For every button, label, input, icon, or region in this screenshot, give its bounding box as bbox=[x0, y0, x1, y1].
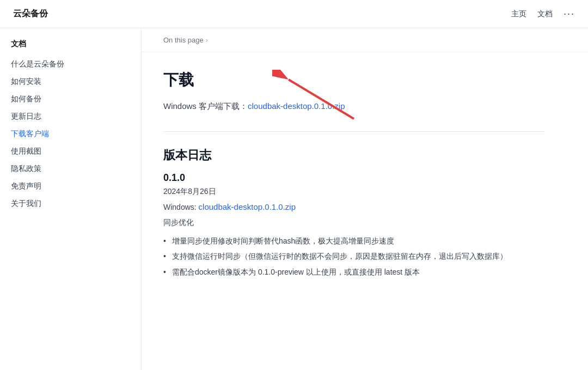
platform-label: Windows: bbox=[163, 203, 199, 211]
sidebar-item-screenshot[interactable]: 使用截图 bbox=[0, 143, 141, 160]
sync-title: 同步优化 bbox=[163, 218, 544, 228]
content-area: 下载 Windows 客户端下载：cloudbak-desktop.0.1.0.… bbox=[142, 52, 566, 314]
changelog-list: 增量同步使用修改时间判断替代hash函数，极大提高增量同步速度 支持微信运行时同… bbox=[163, 233, 544, 280]
sidebar-item-disclaimer[interactable]: 免责声明 bbox=[0, 178, 141, 195]
breadcrumb: On this page › bbox=[142, 28, 588, 52]
breadcrumb-text: On this page bbox=[163, 36, 204, 44]
sidebar-item-install[interactable]: 如何安装 bbox=[0, 73, 141, 90]
nav-more[interactable]: ··· bbox=[564, 8, 575, 20]
download-section: 下载 Windows 客户端下载：cloudbak-desktop.0.1.0.… bbox=[163, 70, 544, 112]
sidebar-item-what[interactable]: 什么是云朵备份 bbox=[0, 56, 141, 73]
sidebar-item-changelog[interactable]: 更新日志 bbox=[0, 108, 141, 125]
platform-link[interactable]: cloudbak-desktop.0.1.0.zip bbox=[199, 202, 296, 211]
sidebar-item-privacy[interactable]: 隐私政策 bbox=[0, 160, 141, 178]
sidebar-item-download[interactable]: 下载客户端 bbox=[0, 125, 141, 143]
version-section: 版本日志 0.1.0 2024年8月26日 Windows: cloudbak-… bbox=[163, 147, 544, 280]
download-link[interactable]: cloudbak-desktop.0.1.0.zip bbox=[248, 101, 345, 111]
sidebar: 文档 什么是云朵备份 如何安装 如何备份 更新日志 下载客户端 使用截图 隐私政… bbox=[0, 28, 142, 370]
version-number: 0.1.0 bbox=[163, 172, 544, 184]
sidebar-section-title: 文档 bbox=[0, 39, 141, 56]
version-date: 2024年8月26日 bbox=[163, 187, 544, 197]
download-line: Windows 客户端下载：cloudbak-desktop.0.1.0.zip bbox=[163, 101, 544, 112]
breadcrumb-chevron: › bbox=[206, 37, 208, 44]
version-platform: Windows: cloudbak-desktop.0.1.0.zip bbox=[163, 202, 544, 211]
changelog-title: 版本日志 bbox=[163, 147, 544, 163]
header: 云朵备份 主页 文档 ··· bbox=[0, 0, 588, 28]
sidebar-item-about[interactable]: 关于我们 bbox=[0, 195, 141, 213]
main-content: On this page › 下载 Windows 客户端下载：cloudbak… bbox=[142, 28, 588, 370]
nav-home[interactable]: 主页 bbox=[511, 9, 526, 19]
list-item: 增量同步使用修改时间判断替代hash函数，极大提高增量同步速度 bbox=[163, 233, 544, 248]
list-item: 支持微信运行时同步（但微信运行时的数据不会同步，原因是数据驻留在内存，退出后写入… bbox=[163, 248, 544, 264]
section-divider bbox=[163, 131, 544, 132]
download-title: 下载 bbox=[163, 70, 544, 90]
layout: 文档 什么是云朵备份 如何安装 如何备份 更新日志 下载客户端 使用截图 隐私政… bbox=[0, 28, 588, 370]
list-item: 需配合docker镜像版本为 0.1.0-preview 以上使用，或直接使用 … bbox=[163, 264, 544, 280]
download-label: Windows 客户端下载： bbox=[163, 101, 248, 111]
logo: 云朵备份 bbox=[13, 8, 48, 20]
nav-docs[interactable]: 文档 bbox=[537, 9, 553, 19]
header-nav: 主页 文档 ··· bbox=[511, 8, 575, 20]
sidebar-item-backup[interactable]: 如何备份 bbox=[0, 90, 141, 108]
